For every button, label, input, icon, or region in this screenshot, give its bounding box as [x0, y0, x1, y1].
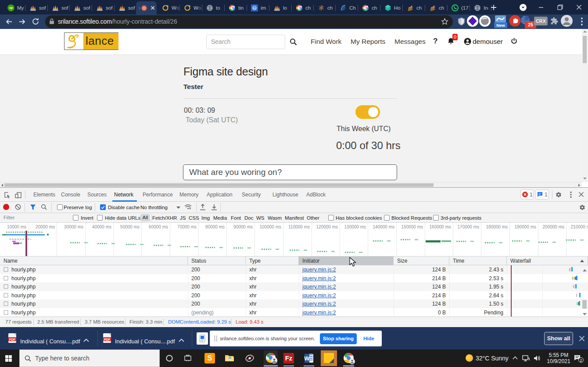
svg-text:PDF: PDF — [104, 338, 111, 341]
svg-text:im: im — [253, 7, 256, 10]
svg-text:PDF: PDF — [9, 338, 16, 341]
svg-text:W: W — [304, 355, 310, 362]
